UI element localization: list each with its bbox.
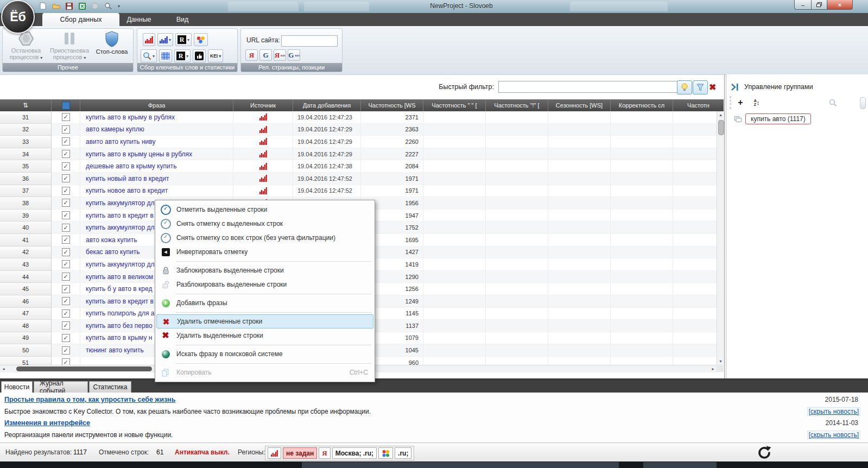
header-checkbox[interactable] bbox=[52, 99, 80, 111]
row-number[interactable]: 34 bbox=[0, 148, 52, 161]
tab-statistics[interactable]: Статистика bbox=[89, 381, 131, 393]
menu-item-unmark-all[interactable]: ✓ Снять отметку со всех строк (без учета… bbox=[155, 231, 375, 245]
row-checkbox-cell[interactable]: ✓ bbox=[52, 210, 80, 222]
tab-news[interactable]: Новости bbox=[1, 381, 33, 393]
checkbox-checked-icon[interactable]: ✓ bbox=[62, 150, 70, 158]
row-checkbox-cell[interactable]: ✓ bbox=[52, 320, 80, 332]
minimize-button[interactable]: – bbox=[794, 0, 812, 10]
google-kei-button[interactable]: Gᴋᴇɪ bbox=[288, 49, 300, 61]
checkbox-checked-icon[interactable]: ✓ bbox=[62, 113, 70, 121]
checkbox-checked-icon[interactable]: ✓ bbox=[62, 187, 70, 195]
wordstat-region-value[interactable]: не задан bbox=[283, 447, 317, 459]
anticaptcha-status[interactable]: Антикапча выкл. bbox=[175, 448, 230, 456]
header-freq-quote[interactable]: Частотность " " [ bbox=[423, 99, 486, 111]
search-groups-button[interactable] bbox=[827, 97, 839, 108]
filter-apply-button[interactable] bbox=[693, 80, 708, 94]
row-number[interactable]: 42 bbox=[0, 246, 52, 259]
menu-item-unlock-selected[interactable]: Разблокировать выделенные строки bbox=[155, 277, 375, 292]
table-row[interactable]: 34 ✓ купить авто в крыму цены в рублях 1… bbox=[0, 148, 724, 161]
wordstat-collect-button[interactable] bbox=[143, 33, 155, 46]
yandex-positions-button[interactable]: Я bbox=[245, 49, 258, 61]
row-number[interactable]: 45 bbox=[0, 283, 52, 295]
hide-news-link[interactable]: [скрыть новость] bbox=[807, 407, 860, 416]
checkbox-checked-icon[interactable]: ✓ bbox=[62, 162, 70, 170]
phrase-cell[interactable]: купить новый авто в кредит bbox=[80, 173, 233, 185]
checkbox-checked-icon[interactable]: ✓ bbox=[62, 273, 70, 281]
sort-icon[interactable]: ⇅ bbox=[23, 102, 28, 109]
checkbox-checked-icon[interactable]: ✓ bbox=[62, 285, 70, 293]
row-number[interactable]: 48 bbox=[0, 320, 52, 332]
row-checkbox-cell[interactable]: ✓ bbox=[52, 136, 80, 148]
table-row[interactable]: 33 ✓ авито авто купить ниву 19.04.2016 1… bbox=[0, 136, 724, 148]
scroll-up-icon[interactable]: ▴ bbox=[717, 111, 724, 118]
group-item-label[interactable]: купить авто (1117) bbox=[745, 113, 811, 124]
row-checkbox-cell[interactable]: ✓ bbox=[52, 222, 80, 234]
menu-item-unmark-selected[interactable]: ✓ Снять отметку с выделенных строк bbox=[155, 217, 375, 231]
scroll-down-icon[interactable]: ▾ bbox=[717, 358, 724, 365]
stop-words-button[interactable]: Стоп-слова bbox=[92, 31, 132, 55]
menu-item-delete-marked[interactable]: ✖ Удалить отмеченные строки bbox=[156, 314, 373, 328]
row-number[interactable]: 41 bbox=[0, 234, 52, 246]
row-number[interactable]: 36 bbox=[0, 173, 52, 185]
header-freq-extra[interactable]: Частотн bbox=[673, 99, 724, 111]
row-checkbox-cell[interactable]: ✓ bbox=[52, 283, 80, 295]
suggestions-button[interactable] bbox=[194, 33, 208, 46]
phrase-cell[interactable]: купить новое авто в кредит bbox=[80, 185, 233, 198]
checkbox-checked-icon[interactable]: ✓ bbox=[62, 224, 70, 232]
checkbox-checked-icon[interactable]: ✓ bbox=[62, 125, 70, 134]
row-checkbox-cell[interactable]: ✓ bbox=[52, 124, 80, 136]
likes-button[interactable] bbox=[193, 49, 206, 62]
tab-view[interactable]: Вид bbox=[159, 13, 206, 26]
search-tools-button[interactable]: ▾ bbox=[141, 49, 157, 62]
rambler-stats-button[interactable]: R ▾ bbox=[174, 49, 191, 62]
row-number[interactable]: 47 bbox=[0, 308, 52, 320]
add-group-button[interactable]: + bbox=[734, 97, 746, 108]
group-tree-item[interactable]: купить авто (1117) bbox=[734, 113, 811, 124]
filter-hint-button[interactable] bbox=[677, 80, 692, 94]
app-logo[interactable]: Ёб bbox=[1, 0, 35, 34]
restore-button[interactable] bbox=[812, 0, 827, 10]
save-project-button[interactable] bbox=[64, 1, 74, 11]
header-season[interactable]: Сезонность [WS] bbox=[548, 99, 611, 111]
header-row-number[interactable]: ⇅ bbox=[0, 99, 52, 111]
close-button[interactable]: × bbox=[827, 0, 853, 10]
quick-filter-input[interactable] bbox=[498, 81, 679, 93]
rambler-button[interactable]: R ▾ bbox=[175, 33, 192, 46]
checkbox-checked-icon[interactable]: ✓ bbox=[62, 309, 70, 318]
row-checkbox-cell[interactable]: ✓ bbox=[52, 246, 80, 259]
news-title-link[interactable]: Изменения в интерфейсе bbox=[4, 419, 90, 427]
row-checkbox-cell[interactable]: ✓ bbox=[52, 308, 80, 320]
google-region-value[interactable]: .ru; bbox=[395, 447, 411, 459]
checkbox-checked-icon[interactable]: ✓ bbox=[62, 321, 70, 330]
checkbox-checked-icon[interactable]: ✓ bbox=[62, 297, 70, 305]
table-row[interactable]: 32 ✓ авто камеры куплю 19.04.2016 12:47:… bbox=[0, 124, 724, 136]
row-checkbox-cell[interactable]: ✓ bbox=[52, 111, 80, 124]
open-project-button[interactable] bbox=[51, 1, 61, 11]
grid-tool-button[interactable] bbox=[159, 49, 172, 62]
refresh-icon[interactable] bbox=[757, 446, 772, 460]
checkbox-checked-icon[interactable]: ✓ bbox=[62, 199, 70, 207]
collapse-panel-icon[interactable] bbox=[731, 84, 739, 91]
row-number[interactable]: 31 bbox=[0, 111, 52, 124]
scroll-right-icon[interactable]: ▸ bbox=[709, 365, 717, 372]
row-checkbox-cell[interactable]: ✓ bbox=[52, 173, 80, 185]
google-region-button[interactable] bbox=[378, 447, 393, 459]
filter-clear-button[interactable]: ✖ bbox=[709, 82, 716, 92]
scroll-left-icon[interactable]: ◂ bbox=[0, 365, 7, 372]
checkbox-checked-icon[interactable]: ✓ bbox=[62, 248, 70, 256]
new-project-button[interactable] bbox=[38, 1, 48, 11]
row-checkbox-cell[interactable]: ✓ bbox=[52, 344, 80, 357]
table-row[interactable]: 35 ✓ дешевые авто в крыму купить 19.04.2… bbox=[0, 160, 724, 173]
sort-groups-button[interactable]: AZ ↕ bbox=[751, 97, 763, 108]
row-checkbox-cell[interactable]: ✓ bbox=[52, 332, 80, 345]
phrase-cell[interactable]: авито авто купить ниву bbox=[80, 136, 233, 148]
panel-slider[interactable] bbox=[860, 97, 866, 109]
checkbox-checked-icon[interactable]: ✓ bbox=[62, 346, 70, 355]
checkbox-checked-icon[interactable]: ✓ bbox=[62, 137, 70, 146]
row-checkbox-cell[interactable]: ✓ bbox=[52, 258, 80, 271]
row-number[interactable]: 35 bbox=[0, 160, 52, 173]
menu-item-delete-selected[interactable]: ✖ Удалить выделенные строки bbox=[155, 328, 375, 343]
row-number[interactable]: 44 bbox=[0, 271, 52, 283]
header-phrase[interactable]: Фраза bbox=[80, 99, 233, 111]
checkbox-checked-icon[interactable]: ✓ bbox=[62, 174, 70, 182]
